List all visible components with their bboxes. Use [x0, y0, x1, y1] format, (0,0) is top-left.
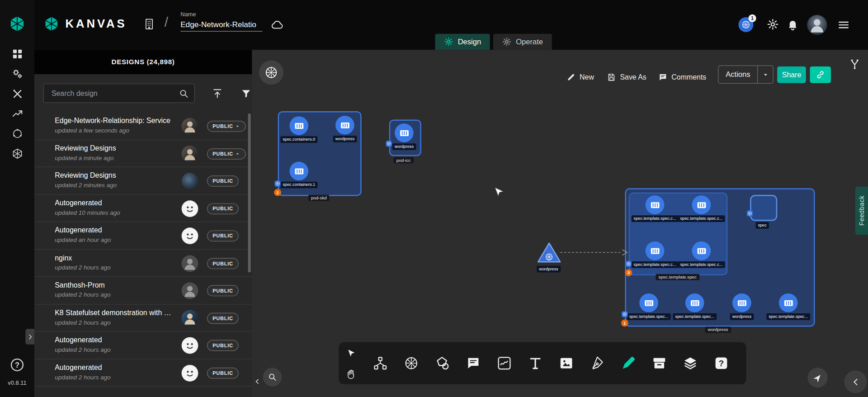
design-list-item[interactable]: Reviewing Designsupdated a minute agoPUB… [34, 140, 252, 167]
container-node[interactable] [335, 116, 354, 135]
container-label: wordpress [730, 313, 754, 320]
rail-item-dashboard[interactable] [10, 47, 24, 60]
design-name: Santhosh-Prom [55, 281, 105, 289]
chevron-right-icon [26, 333, 33, 340]
container-node[interactable] [289, 162, 308, 181]
panel-collapse-handle[interactable] [25, 329, 34, 344]
container-node[interactable] [646, 195, 665, 214]
brand[interactable]: KANVAS [43, 15, 127, 32]
tool-shapes[interactable] [434, 355, 451, 372]
service-node[interactable] [537, 241, 561, 264]
tool-help[interactable]: ? [713, 355, 730, 372]
visibility-label: PUBLIC [212, 288, 233, 293]
hamburger-menu-icon[interactable] [837, 18, 850, 31]
design-updated-text: updated 2 hours ago [55, 373, 111, 380]
tab-operate[interactable]: Operate [493, 34, 552, 50]
tool-marker[interactable] [620, 355, 637, 372]
dock-toolbar: ? [339, 342, 746, 384]
search-icon[interactable] [179, 88, 189, 99]
edge-connector [559, 247, 629, 258]
search-input[interactable] [50, 89, 178, 98]
rail-item-performance[interactable] [10, 108, 24, 120]
rail-item-toolbox[interactable] [10, 87, 24, 99]
container-node[interactable] [692, 195, 711, 214]
visibility-badge[interactable]: PUBLIC [207, 312, 239, 323]
avatar-silhouette-icon [807, 15, 827, 35]
toolbar-tools: ? [372, 342, 730, 384]
tool-doodle[interactable] [496, 355, 513, 372]
design-list-item[interactable]: Edge-Network-Relationship: Serviceupdate… [34, 113, 252, 140]
container-node[interactable] [692, 241, 711, 260]
lifecycle-icon [11, 68, 23, 80]
organization-icon[interactable] [143, 18, 156, 30]
shapes-icon [434, 355, 450, 371]
design-list-item[interactable]: nginxupdated 2 hours agoPUBLIC [34, 250, 252, 277]
container-node[interactable] [289, 116, 308, 135]
designs-list: Edge-Network-Relationship: Serviceupdate… [34, 113, 252, 397]
visibility-badge[interactable]: PUBLIC [207, 258, 239, 269]
container-node[interactable] [732, 293, 751, 312]
container-node[interactable] [685, 293, 704, 312]
panel-scrollbar[interactable] [248, 113, 251, 272]
designs-panel: DESIGNS (24,898) Edge-Network-Relationsh… [34, 50, 252, 397]
settings-gear-icon[interactable] [767, 18, 779, 30]
visibility-badge[interactable]: PUBLIC [207, 148, 246, 159]
tool-chat[interactable] [465, 355, 482, 372]
tool-media[interactable] [558, 355, 575, 372]
design-list-item[interactable]: Autogeneratedupdated 2 hours agoPUBLIC [34, 359, 252, 387]
visibility-badge[interactable]: PUBLIC [207, 285, 239, 296]
design-list-item[interactable]: Santhosh-Promupdated 2 hours agoPUBLIC [34, 277, 252, 304]
rail-item-mesh[interactable] [10, 128, 24, 140]
container-node[interactable] [639, 293, 658, 312]
feedback-tab[interactable]: Feedback [855, 187, 868, 235]
tool-drawer[interactable] [651, 355, 668, 372]
visibility-label: PUBLIC [212, 370, 233, 376]
visibility-badge[interactable]: PUBLIC [207, 121, 246, 132]
help-icon[interactable]: ? [9, 357, 25, 373]
design-avatar [182, 364, 198, 381]
design-list-item[interactable]: Autogeneratedupdated 10 minutes agoPUBLI… [34, 194, 252, 222]
design-list-item[interactable]: Reviewing Designsupdated 2 minutes agoPU… [34, 167, 252, 195]
design-list-item[interactable]: K8 Statefulset demonstration with moupda… [34, 304, 252, 332]
tool-pen[interactable] [589, 355, 606, 372]
rail-item-lifecycle[interactable] [10, 67, 24, 80]
container-node[interactable] [395, 123, 414, 142]
issue-count-badge: 2 [274, 189, 281, 196]
visibility-badge[interactable]: PUBLIC [207, 340, 239, 351]
design-avatar [182, 337, 198, 354]
k8s-badge-icon [626, 261, 632, 267]
layers-icon [683, 355, 698, 371]
design-list-item[interactable]: Autogeneratedupdated 2 hours agoPUBLIC [34, 331, 252, 359]
tab-design[interactable]: Design [435, 34, 490, 50]
tool-select[interactable] [344, 347, 358, 360]
container-label: spec.template.spec... [673, 313, 717, 320]
visibility-badge[interactable]: PUBLIC [207, 230, 239, 241]
node-group-label: spec.template.spec [656, 274, 699, 280]
k8s-config-node[interactable] [750, 195, 777, 221]
tool-flow[interactable] [372, 355, 389, 372]
visibility-badge[interactable]: PUBLIC [207, 367, 239, 378]
visibility-badge[interactable]: PUBLIC [207, 175, 239, 186]
text-icon [528, 355, 543, 371]
container-node[interactable] [646, 241, 665, 260]
import-design-icon[interactable] [212, 87, 223, 99]
meshery-icon [11, 147, 23, 159]
rail-item-meshery[interactable] [10, 147, 24, 160]
design-avatar [182, 255, 198, 272]
visibility-badge[interactable]: PUBLIC [207, 203, 239, 214]
tool-layers[interactable] [682, 355, 699, 372]
meshery-logo-icon[interactable] [8, 15, 26, 33]
design-updated-text: updated 2 hours ago [55, 346, 111, 353]
tool-kubernetes[interactable] [403, 355, 420, 372]
k8s-badge-icon [274, 180, 280, 186]
design-tab-icon [444, 37, 453, 47]
tool-text[interactable] [527, 355, 544, 372]
container-node[interactable] [779, 293, 798, 312]
filter-icon[interactable] [240, 87, 252, 99]
notifications-bell-icon[interactable] [787, 18, 799, 30]
design-name-input[interactable] [180, 19, 262, 32]
user-avatar[interactable] [807, 15, 827, 35]
design-avatar [182, 282, 198, 299]
design-list-item[interactable]: Autogeneratedupdated an hour agoPUBLIC [34, 222, 252, 250]
tool-pan[interactable] [344, 368, 358, 381]
